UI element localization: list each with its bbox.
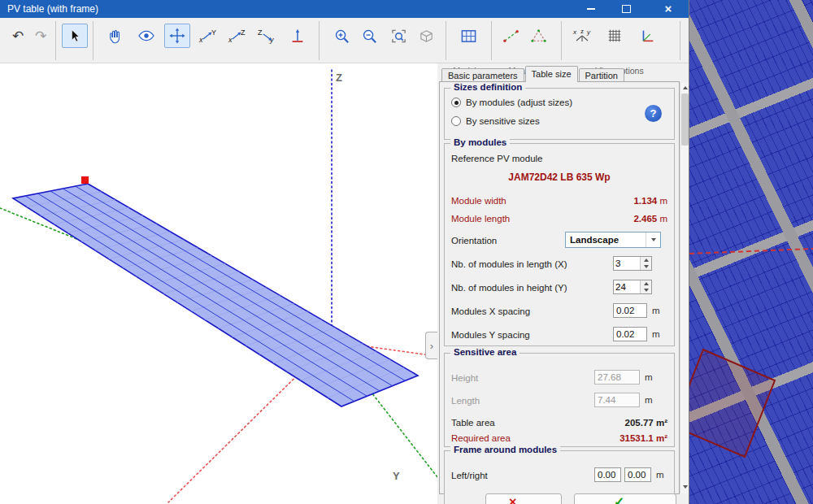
table-area-value: 205.77 m² <box>625 416 667 429</box>
x-spacing-input[interactable] <box>613 303 647 318</box>
select-button[interactable] <box>62 24 88 48</box>
height-input <box>594 370 640 385</box>
pv-table[interactable] <box>13 184 418 406</box>
axes-xyz-icon: xzy <box>572 28 592 44</box>
titlebar[interactable]: PV table (with frame) × <box>0 0 689 18</box>
module-grid-icon <box>460 28 477 45</box>
x-spacing-label: Modules X spacing <box>451 305 530 318</box>
zoom-window-icon <box>390 28 407 45</box>
axes-view-button[interactable]: xzy <box>569 24 595 48</box>
move-view-button[interactable] <box>164 24 190 48</box>
radio-by-modules-label: By modules (adjust sizes) <box>466 98 572 107</box>
spin-up-icon[interactable] <box>641 257 651 263</box>
y-spacing-input[interactable] <box>613 327 647 341</box>
hand-icon <box>107 28 124 45</box>
svg-text:x: x <box>572 28 577 36</box>
panel-scrollbar[interactable] <box>680 82 689 493</box>
pan-button[interactable] <box>102 24 128 48</box>
frame-unit: m <box>656 467 664 482</box>
viewport: Z Y › <box>0 63 437 504</box>
spin-up-icon[interactable] <box>641 280 651 287</box>
frame-right-input[interactable] <box>624 467 651 482</box>
radio-unchecked-icon <box>451 116 461 126</box>
measure-angle-button[interactable] <box>525 24 551 48</box>
zoom-out-icon <box>361 28 378 45</box>
nb-modules-height-spinner[interactable] <box>613 280 652 294</box>
grid-icon <box>606 28 623 44</box>
sensitive-area-title: Sensitive area <box>450 347 520 357</box>
x-spacing-unit: m <box>652 303 660 318</box>
scrollbar-thumb[interactable] <box>681 93 689 146</box>
module-length-value: 2.465 m <box>633 212 667 225</box>
radio-by-sensitive[interactable]: By sensitive sizes <box>451 116 540 126</box>
panel-expander[interactable]: › <box>425 332 437 359</box>
scroll-down-icon[interactable] <box>680 481 689 492</box>
chevron-down-icon[interactable] <box>646 232 660 247</box>
tab-partition[interactable]: Partition <box>579 68 624 82</box>
svg-text:Z: Z <box>241 28 246 37</box>
view-plane-xy-button[interactable]: xY <box>195 24 221 48</box>
nb-modules-length-input[interactable] <box>614 257 640 270</box>
z-axis-label: Z <box>336 72 342 84</box>
sizes-definition-group: Sizes definition By modules (adjust size… <box>444 88 675 140</box>
close-button[interactable]: × <box>654 0 682 18</box>
nb-modules-height-input[interactable] <box>614 280 640 293</box>
maximize-button[interactable] <box>612 0 640 18</box>
view-plane-zy-button[interactable]: Zy <box>254 24 280 48</box>
frame-left-input[interactable] <box>594 467 621 482</box>
redo-button[interactable]: ↷ <box>28 24 54 48</box>
nb-modules-height-label: Nb. of modules in height (Y) <box>451 281 567 294</box>
zoom-out-button[interactable] <box>356 24 382 48</box>
close-icon: × <box>665 0 672 18</box>
grid-view-button[interactable] <box>602 24 628 48</box>
minimize-button[interactable] <box>577 0 605 18</box>
spin-down-icon[interactable] <box>641 287 651 293</box>
scene-red-dashed-line <box>689 249 813 254</box>
table-handle[interactable] <box>81 176 89 184</box>
table-area-label: Table area <box>451 416 495 429</box>
module-width-value: 1.134 m <box>633 194 667 207</box>
spin-down-icon[interactable] <box>641 263 651 270</box>
tab-table-size[interactable]: Table size <box>525 66 578 82</box>
radio-checked-icon <box>451 98 461 107</box>
cursor-icon <box>67 28 83 44</box>
cancel-button[interactable]: × <box>485 493 562 504</box>
ok-button[interactable]: ✓ <box>574 493 676 504</box>
nb-modules-length-label: Nb. of modules in length (X) <box>451 258 567 271</box>
radio-by-sensitive-label: By sensitive sizes <box>466 116 540 126</box>
view-plane-xz-button[interactable]: xZ <box>224 24 250 48</box>
cancel-icon: × <box>509 496 516 504</box>
required-area-value: 31531.1 m² <box>620 432 667 445</box>
length-unit: m <box>645 393 653 407</box>
axis-orientation-button[interactable] <box>634 24 660 48</box>
redo-icon: ↷ <box>35 29 46 43</box>
help-icon[interactable]: ? <box>645 105 662 122</box>
measure-distance-button[interactable] <box>498 24 524 48</box>
by-modules-title: By modules <box>450 137 510 147</box>
orientation-value: Landscape <box>566 235 646 245</box>
axis-tripod-icon <box>639 28 655 44</box>
sensitive-area-group: Sensitive area Height m Length m Table a… <box>444 353 675 447</box>
3d-scene[interactable]: Z Y <box>0 63 437 504</box>
vertical-view-button[interactable] <box>285 24 311 48</box>
modules-button[interactable] <box>455 24 481 48</box>
radio-by-modules[interactable]: By modules (adjust sizes) <box>451 98 572 107</box>
zoom-extent-button[interactable] <box>413 24 439 48</box>
scroll-up-icon[interactable] <box>680 82 689 93</box>
maximize-icon <box>622 5 631 13</box>
eye-icon <box>137 27 155 45</box>
length-input <box>594 393 640 407</box>
observer-view-button[interactable] <box>133 24 159 48</box>
zoom-window-button[interactable] <box>385 24 411 48</box>
chevron-right-icon: › <box>430 340 433 352</box>
selected-table-outline[interactable] <box>689 350 775 457</box>
y-axis-label: Y <box>393 470 400 482</box>
nb-modules-length-spinner[interactable] <box>613 256 652 271</box>
svg-text:Y: Y <box>211 28 216 37</box>
minimize-icon <box>587 8 595 10</box>
zoom-in-button[interactable] <box>328 24 354 48</box>
tab-basic-parameters[interactable]: Basic parameters <box>441 68 524 82</box>
svg-text:z: z <box>580 28 584 35</box>
orientation-combobox[interactable]: Landscape <box>565 232 661 248</box>
y-spacing-unit: m <box>652 327 660 341</box>
